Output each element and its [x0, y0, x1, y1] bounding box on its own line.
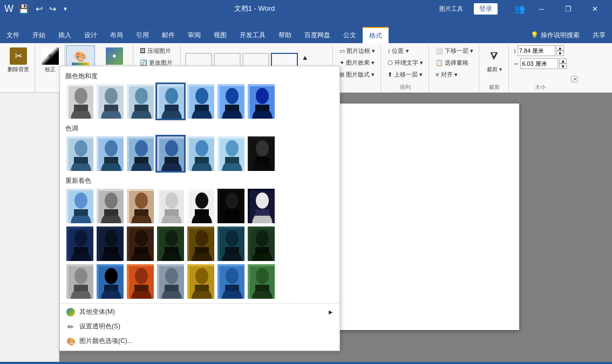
align-button[interactable]: ≡ 对齐 ▾ — [433, 69, 460, 80]
recolor-lightgreen[interactable] — [247, 263, 276, 300]
tab-layout[interactable]: 布局 — [104, 27, 130, 43]
select-objects-button[interactable]: ⬜ 下移一层 ▾ — [433, 45, 475, 56]
tab-help[interactable]: 帮助 — [272, 27, 298, 43]
redo-icon[interactable]: ↪ — [47, 4, 58, 14]
sat-thumb-2[interactable] — [126, 83, 155, 120]
recolor-silvergray[interactable] — [156, 263, 185, 300]
selection-pane-button[interactable]: 📋 选择窗格 — [433, 57, 471, 68]
quick-save-icon[interactable]: 💾 — [17, 4, 31, 14]
size-expand-button[interactable]: ↗ — [571, 76, 577, 83]
svg-rect-47 — [195, 157, 209, 163]
width-input[interactable] — [520, 58, 558, 69]
tone-thumb-5[interactable] — [216, 135, 246, 172]
group-arrange: ↕ 位置 ▾ ⬡ 环绕文字 ▾ ⬆ 上移一层 ▾ 排列 — [382, 45, 429, 92]
share-button[interactable]: 共享 — [586, 27, 612, 43]
remove-background-button[interactable]: ✂ 删除背景 — [5, 45, 31, 75]
set-transparent-item[interactable]: ✏ 设置透明色(S) — [60, 319, 339, 334]
recolor-orange[interactable] — [126, 263, 155, 300]
width-down[interactable]: ▼ — [559, 64, 567, 69]
sat-thumb-3[interactable] — [156, 83, 185, 120]
tab-design[interactable]: 设计 — [78, 27, 104, 43]
svg-point-78 — [226, 193, 239, 209]
tab-file[interactable]: 文件 — [0, 27, 26, 43]
svg-point-30 — [74, 140, 87, 156]
tab-home[interactable]: 开始 — [26, 27, 52, 43]
recolor-white[interactable] — [156, 188, 185, 224]
share-icon[interactable]: 👥 — [513, 4, 527, 14]
recolor-brown[interactable] — [126, 188, 155, 224]
tab-format[interactable]: 格式 — [363, 27, 389, 43]
picture-layout-button[interactable]: ⊞ 图片版式 ▾ — [337, 69, 377, 80]
wrap-text-button[interactable]: ⬡ 环绕文字 ▾ — [385, 57, 425, 68]
crop-button[interactable]: ⛛ 裁剪 ▾ — [484, 45, 505, 75]
recolor-olive[interactable] — [186, 225, 215, 262]
close-button[interactable]: ✕ — [583, 0, 608, 17]
recolor-gray[interactable] — [96, 188, 125, 224]
recolor-darkgreen[interactable] — [156, 225, 185, 262]
height-up[interactable]: ▲ — [556, 45, 564, 51]
corrections-button[interactable]: ☀ 校正 — [39, 45, 61, 75]
sat-thumb-4[interactable] — [186, 83, 215, 120]
move-forward-button[interactable]: ⬆ 上移一层 ▾ — [385, 69, 425, 80]
width-up[interactable]: ▲ — [559, 58, 567, 64]
recolor-lightgray2[interactable] — [65, 263, 94, 300]
recolor-invert[interactable] — [247, 188, 276, 224]
sat-thumb-6[interactable] — [247, 83, 276, 120]
saturation-grid — [60, 83, 339, 122]
login-button[interactable]: 登录 — [474, 3, 498, 15]
tab-view[interactable]: 视图 — [207, 27, 233, 43]
svg-rect-19 — [195, 105, 209, 111]
tab-review[interactable]: 审阅 — [181, 27, 207, 43]
style-scroll-up[interactable]: ▲ — [300, 53, 311, 63]
saturation-section: 颜色饱和度 — [60, 71, 339, 122]
tab-mailings[interactable]: 邮件 — [155, 27, 181, 43]
tone-thumb-4[interactable] — [186, 135, 215, 172]
picture-effect-button[interactable]: ✦ 图片效果 ▾ — [337, 57, 377, 68]
svg-rect-43 — [165, 157, 179, 163]
tone-thumb-6[interactable] — [247, 135, 276, 172]
size-label: 大小 — [513, 83, 567, 91]
undo-icon[interactable]: ↩ — [34, 4, 44, 14]
recolor-blue2[interactable] — [96, 263, 125, 300]
recolor-darkblue2[interactable] — [96, 225, 125, 262]
tab-baidu[interactable]: 百度网盘 — [298, 27, 337, 43]
recolor-dark1[interactable] — [186, 188, 215, 224]
recolor-gold[interactable] — [186, 263, 215, 300]
tab-gongwen[interactable]: 公文 — [337, 27, 363, 43]
svg-rect-71 — [165, 209, 179, 216]
tone-thumb-0[interactable] — [65, 135, 94, 172]
more-variants-item[interactable]: 其他变体(M) ▶ — [60, 305, 339, 319]
svg-rect-55 — [255, 157, 269, 163]
recolor-lightblue2[interactable] — [216, 263, 246, 300]
tab-insert[interactable]: 插入 — [52, 27, 78, 43]
quick-access-dropdown[interactable]: ▼ — [61, 6, 70, 12]
remove-bg-icon: ✂ — [10, 47, 27, 65]
tone-thumb-2[interactable] — [126, 135, 155, 172]
height-down[interactable]: ▼ — [556, 51, 564, 56]
tab-references[interactable]: 引用 — [130, 27, 155, 43]
restore-button[interactable]: ❐ — [556, 0, 581, 17]
picture-border-button[interactable]: ▭ 图片边框 ▾ — [337, 45, 377, 56]
sat-thumb-5[interactable] — [216, 83, 246, 120]
recolor-black[interactable] — [216, 188, 246, 224]
sat-thumb-0[interactable] — [65, 83, 94, 120]
compress-pictures-button[interactable]: 🖼 压缩图片 — [138, 45, 173, 56]
recolor-darkteal[interactable] — [216, 225, 246, 262]
height-input[interactable] — [518, 45, 555, 56]
help-search[interactable]: 💡 操作说明搜索 — [524, 27, 586, 43]
crop-label: 裁剪 — [484, 83, 505, 91]
recolor-darkblue[interactable] — [65, 225, 94, 262]
minimize-button[interactable]: ─ — [529, 0, 554, 17]
recolor-darkbrown[interactable] — [126, 225, 155, 262]
position-button[interactable]: ↕ 位置 ▾ — [385, 45, 411, 56]
tab-developer[interactable]: 开发工具 — [233, 27, 272, 43]
svg-point-138 — [256, 268, 269, 284]
svg-point-74 — [195, 193, 208, 209]
recolor-darkforest[interactable] — [247, 225, 276, 262]
svg-rect-95 — [134, 247, 148, 253]
tone-thumb-1[interactable] — [96, 135, 125, 172]
tone-thumb-3[interactable] — [156, 135, 185, 172]
sat-thumb-1[interactable] — [96, 83, 125, 120]
recolor-lightblue[interactable] — [65, 188, 94, 224]
picture-color-options-item[interactable]: 🎨 图片颜色选项(C)... — [60, 334, 339, 348]
